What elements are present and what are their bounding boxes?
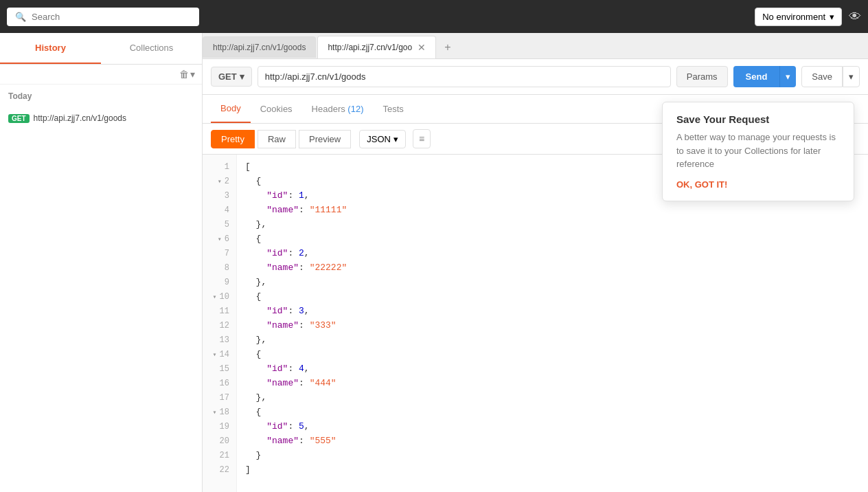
search-input[interactable] <box>32 12 191 22</box>
collapse-icon[interactable]: ▾ <box>213 407 217 418</box>
tab-cookies[interactable]: Cookies <box>251 96 302 122</box>
trash-icon: 🗑 <box>179 69 189 80</box>
method-selector[interactable]: GET ▾ <box>211 67 252 87</box>
line-number-11: 11 <box>209 304 229 319</box>
tab-tests[interactable]: Tests <box>373 96 413 122</box>
line-number-13: 13 <box>209 333 229 348</box>
tab-2-label: http://api.zjj7.cn/v1/goo <box>328 43 412 52</box>
line-number-15: 15 <box>209 362 229 377</box>
code-line-12: "name": "333" <box>245 319 860 333</box>
format-selector[interactable]: JSON ▾ <box>359 130 406 148</box>
tab-2-close-icon[interactable]: ✕ <box>418 42 426 53</box>
tab-2[interactable]: http://api.zjj7.cn/v1/goo ✕ <box>317 36 436 58</box>
code-line-17: }, <box>245 391 860 405</box>
sidebar-tab-collections[interactable]: Collections <box>101 33 202 64</box>
format-label: JSON <box>367 134 391 144</box>
line-number-5: 5 <box>209 218 229 232</box>
code-line-16: "name": "444" <box>245 377 860 391</box>
save-button[interactable]: Save <box>801 66 843 87</box>
save-popup-title: Save Your Request <box>676 113 840 125</box>
view-raw-button[interactable]: Raw <box>258 130 296 148</box>
sidebar-tab-history[interactable]: History <box>0 33 101 64</box>
content-area: http://api.zjj7.cn/v1/goods http://api.z… <box>203 33 868 492</box>
code-line-21: } <box>245 449 860 463</box>
line-number-22: 22 <box>209 463 229 478</box>
code-line-22: ] <box>245 463 860 478</box>
view-preview-button[interactable]: Preview <box>299 130 351 148</box>
save-dropdown-button[interactable]: ▾ <box>843 66 860 87</box>
tab-1-label: http://api.zjj7.cn/v1/goods <box>213 43 306 52</box>
line-number-1: 1 <box>209 160 229 175</box>
method-label: GET <box>218 71 237 82</box>
send-button-group: Send ▾ <box>733 66 797 87</box>
line-number-9: 9 <box>209 276 229 290</box>
add-tab-button[interactable]: + <box>437 37 457 58</box>
line-number-17: 17 <box>209 391 229 405</box>
response-area: Body Cookies Headers (12) Tests Pretty R… <box>203 95 868 492</box>
code-line-5: }, <box>245 218 860 232</box>
collapse-icon[interactable]: ▾ <box>218 177 222 188</box>
main-layout: History Collections 🗑 ▾ Today GET http:/… <box>0 33 868 492</box>
url-input[interactable] <box>258 66 671 87</box>
code-view: 1▾2345▾6789▾10111213▾14151617▾1819202122… <box>203 155 868 492</box>
line-number-19: 19 <box>209 420 229 434</box>
collapse-icon[interactable]: ▾ <box>213 292 217 303</box>
code-line-9: }, <box>245 276 860 290</box>
save-button-group: Save ▾ <box>801 66 860 87</box>
line-number-8: 8 <box>209 261 229 276</box>
wrap-button[interactable]: ≡ <box>413 129 431 148</box>
code-line-8: "name": "22222" <box>245 261 860 276</box>
line-number-6: ▾6 <box>209 232 229 247</box>
chevron-down-icon: ▾ <box>830 12 834 22</box>
params-button[interactable]: Params <box>676 66 728 87</box>
tab-body[interactable]: Body <box>211 95 251 123</box>
format-chevron-icon: ▾ <box>393 134 398 144</box>
line-number-14: ▾14 <box>209 348 229 362</box>
sidebar-item[interactable]: GET http://api.zjj7.cn/v1/goods <box>0 108 202 128</box>
code-line-6: { <box>245 232 860 247</box>
line-number-18: ▾18 <box>209 405 229 420</box>
sidebar-tabs: History Collections <box>0 33 202 65</box>
sidebar-actions: 🗑 ▾ <box>0 65 202 85</box>
send-button[interactable]: Send <box>733 66 780 87</box>
search-box[interactable]: 🔍 <box>7 8 199 26</box>
line-number-20: 20 <box>209 434 229 449</box>
request-bar: GET ▾ Params Send ▾ Save ▾ <box>203 59 868 95</box>
sidebar-item-url: http://api.zjj7.cn/v1/goods <box>34 113 126 123</box>
sidebar: History Collections 🗑 ▾ Today GET http:/… <box>0 33 203 492</box>
tab-headers[interactable]: Headers (12) <box>302 96 374 122</box>
collapse-icon[interactable]: ▾ <box>218 234 222 245</box>
save-popup-ok-button[interactable]: OK, GOT IT! <box>676 179 727 190</box>
collapse-icon[interactable]: ▾ <box>213 350 217 361</box>
line-number-21: 21 <box>209 449 229 463</box>
line-number-7: 7 <box>209 247 229 261</box>
code-line-4: "name": "11111" <box>245 203 860 218</box>
method-badge: GET <box>8 114 30 123</box>
line-numbers: 1▾2345▾6789▾10111213▾14151617▾1819202122 <box>203 155 237 492</box>
trash-chevron: ▾ <box>190 69 195 80</box>
tabs-bar: http://api.zjj7.cn/v1/goods http://api.z… <box>203 33 868 59</box>
line-number-16: 16 <box>209 377 229 391</box>
trash-button[interactable]: 🗑 ▾ <box>179 69 195 80</box>
line-number-12: 12 <box>209 319 229 333</box>
save-popup: Save Your Request A better way to manage… <box>662 102 854 201</box>
search-icon: 🔍 <box>15 12 26 22</box>
code-line-7: "id": 2, <box>245 247 860 261</box>
line-number-4: 4 <box>209 203 229 218</box>
eye-icon[interactable]: 👁 <box>849 10 861 24</box>
environment-selector[interactable]: No environment ▾ <box>755 8 842 26</box>
top-right: No environment ▾ 👁 <box>755 8 861 26</box>
top-bar: 🔍 No environment ▾ 👁 <box>0 0 868 33</box>
code-line-15: "id": 4, <box>245 362 860 377</box>
code-line-11: "id": 3, <box>245 304 860 319</box>
send-dropdown-button[interactable]: ▾ <box>779 66 796 87</box>
tab-1[interactable]: http://api.zjj7.cn/v1/goods <box>203 36 316 58</box>
sidebar-section-title: Today <box>0 85 202 108</box>
line-number-2: ▾2 <box>209 175 229 189</box>
view-pretty-button[interactable]: Pretty <box>211 130 255 148</box>
code-line-19: "id": 5, <box>245 420 860 434</box>
environment-label: No environment <box>762 12 825 22</box>
code-line-13: }, <box>245 333 860 348</box>
line-number-3: 3 <box>209 189 229 203</box>
code-line-14: { <box>245 348 860 362</box>
